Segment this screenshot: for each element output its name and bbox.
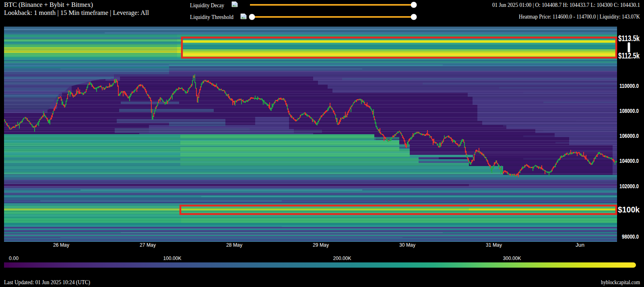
svg-text:01 Jun 2025 01:00 | O: 104408.: 01 Jun 2025 01:00 | O: 104408.7 H: 10443…	[492, 1, 640, 8]
svg-text:102000.0: 102000.0	[619, 183, 639, 189]
svg-text:BTC (Binance + Bybit + Bitmex): BTC (Binance + Bybit + Bitmex)	[4, 1, 93, 8]
svg-text:hyblockcapital.com: hyblockcapital.com	[601, 279, 640, 285]
svg-text:Last Updated: 01 Jun 2025 10:2: Last Updated: 01 Jun 2025 10:24 (UTC)	[4, 279, 90, 286]
svg-text:100.00K: 100.00K	[163, 255, 182, 261]
svg-text:$112.5k: $112.5k	[618, 51, 640, 60]
svg-text:Jun: Jun	[576, 242, 584, 248]
svg-text:Liquidity Threshold: Liquidity Threshold	[190, 13, 233, 20]
svg-text:28 May: 28 May	[226, 242, 242, 248]
svg-text:$100k: $100k	[618, 205, 640, 214]
svg-text:27 May: 27 May	[140, 242, 156, 248]
svg-text:106000.0: 106000.0	[619, 133, 639, 139]
svg-text:Liquidity Decay: Liquidity Decay	[190, 2, 224, 8]
svg-text:Heatmap Price: 114600.0 - 1147: Heatmap Price: 114600.0 - 114700.0 | Liq…	[519, 13, 640, 20]
svg-text:104000.0: 104000.0	[619, 158, 639, 164]
svg-text:29 May: 29 May	[313, 242, 329, 248]
svg-text:26 May: 26 May	[53, 242, 69, 248]
svg-text:31 May: 31 May	[486, 242, 502, 248]
svg-text:200.00K: 200.00K	[333, 255, 351, 261]
svg-text:110000.0: 110000.0	[619, 83, 639, 89]
svg-text:108000.0: 108000.0	[619, 108, 639, 114]
svg-text:30 May: 30 May	[399, 242, 415, 248]
svg-text:98000.0: 98000.0	[622, 233, 639, 240]
svg-text:Lookback: 1 month | 15 Min tim: Lookback: 1 month | 15 Min timeframe | L…	[4, 9, 149, 17]
svg-text:$113.5k: $113.5k	[618, 33, 640, 43]
svg-text:0.00: 0.00	[9, 255, 19, 261]
svg-text:300.00K: 300.00K	[503, 255, 521, 261]
